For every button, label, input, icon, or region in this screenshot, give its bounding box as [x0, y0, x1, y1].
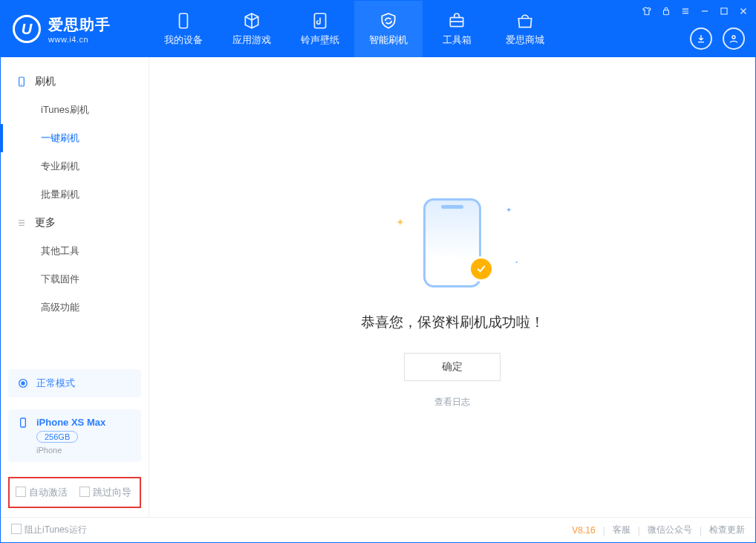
sidebar-item-advanced[interactable]: 高级功能 [1, 293, 149, 322]
top-right-actions [690, 27, 745, 50]
device-icon [174, 11, 193, 30]
device-info-box[interactable]: iPhone XS Max 256GB iPhone [8, 409, 141, 462]
sidebar-item-download-firmware[interactable]: 下载固件 [1, 265, 149, 293]
footer-right: V8.16 | 客服 | 微信公众号 | 检查更新 [572, 524, 745, 536]
maximize-icon[interactable] [718, 5, 730, 17]
nav-tabs: 我的设备 应用游戏 铃声壁纸 智能刷机 工具箱 爱思商城 [149, 1, 559, 57]
list-icon [16, 217, 27, 229]
version-label: V8.16 [572, 525, 595, 536]
checkbox-icon [11, 524, 22, 534]
device-info: iPhone XS Max 256GB iPhone [36, 417, 105, 455]
logo-icon: U [13, 15, 41, 43]
sidebar: 刷机 iTunes刷机 一键刷机 专业刷机 批量刷机 更多 其他工具 下载固件 … [1, 57, 149, 517]
sidebar-item-itunes-flash[interactable]: iTunes刷机 [1, 96, 149, 124]
device-storage: 256GB [36, 431, 78, 443]
refresh-shield-icon [379, 11, 398, 30]
tab-label: 我的设备 [164, 33, 203, 47]
svg-rect-3 [664, 10, 669, 15]
shirt-icon[interactable] [641, 5, 653, 17]
download-button[interactable] [690, 27, 712, 50]
tab-ringtones-wallpapers[interactable]: 铃声壁纸 [286, 1, 354, 57]
svg-point-5 [732, 36, 735, 39]
topbar: U 爱思助手 www.i4.cn 我的设备 应用游戏 铃声壁纸 智能刷机 [1, 1, 755, 57]
sidebar-item-batch-flash[interactable]: 批量刷机 [1, 181, 149, 209]
phone-small-icon [17, 417, 29, 429]
app-window: U 爱思助手 www.i4.cn 我的设备 应用游戏 铃声壁纸 智能刷机 [0, 0, 756, 543]
success-message: 恭喜您，保资料刷机成功啦！ [361, 313, 544, 332]
tab-my-device[interactable]: 我的设备 [149, 1, 218, 57]
app-name-en: www.i4.cn [48, 35, 111, 44]
user-button[interactable] [723, 27, 745, 50]
tab-label: 工具箱 [443, 33, 472, 47]
device-subtype: iPhone [36, 446, 105, 455]
sidebar-section-flash: 刷机 [1, 68, 149, 96]
checkbox-icon [79, 487, 90, 497]
cube-icon [242, 11, 261, 30]
svg-rect-0 [180, 13, 188, 28]
tab-toolbox[interactable]: 工具箱 [423, 1, 491, 57]
logo-text: 爱思助手 www.i4.cn [48, 15, 111, 44]
checkbox-icon [16, 487, 26, 497]
phone-icon [16, 76, 27, 88]
tab-label: 应用游戏 [232, 33, 271, 47]
tab-store[interactable]: 爱思商城 [491, 1, 559, 57]
footer-link-support[interactable]: 客服 [613, 524, 630, 536]
section-title: 更多 [35, 216, 56, 230]
music-file-icon [310, 11, 330, 30]
main-area: ✦ ✦ • 恭喜您，保资料刷机成功啦！ 确定 查看日志 [149, 57, 755, 517]
sidebar-content: 刷机 iTunes刷机 一键刷机 专业刷机 批量刷机 更多 其他工具 下载固件 … [1, 57, 149, 363]
tab-label: 智能刷机 [369, 33, 408, 47]
checkbox-label: 阻止iTunes运行 [25, 524, 87, 535]
tab-label: 爱思商城 [506, 33, 544, 47]
separator: | [700, 525, 702, 536]
sparkle-icon: ✦ [506, 206, 512, 214]
window-controls [641, 5, 749, 17]
checkbox-label: 跳过向导 [93, 487, 131, 498]
mode-label: 正常模式 [36, 377, 75, 390]
mode-icon [17, 377, 29, 389]
minimize-icon[interactable] [699, 5, 711, 17]
svg-rect-4 [721, 8, 727, 14]
footer-link-update[interactable]: 检查更新 [709, 524, 745, 536]
footer-left: 阻止iTunes运行 [11, 524, 87, 536]
menu-icon[interactable] [680, 5, 691, 17]
sparkle-icon: ✦ [396, 216, 405, 228]
ok-button[interactable]: 确定 [404, 353, 501, 381]
checkbox-block-itunes[interactable]: 阻止iTunes运行 [11, 524, 87, 536]
close-icon[interactable] [737, 5, 749, 17]
success-illustration: ✦ ✦ • [385, 198, 519, 295]
highlighted-options-row: 自动激活 跳过向导 [8, 477, 141, 508]
logo-area: U 爱思助手 www.i4.cn [1, 1, 149, 57]
device-name: iPhone XS Max [36, 417, 105, 428]
svg-rect-9 [21, 418, 26, 427]
sidebar-section-more: 更多 [1, 209, 149, 237]
app-name-cn: 爱思助手 [48, 15, 111, 35]
body: 刷机 iTunes刷机 一键刷机 专业刷机 批量刷机 更多 其他工具 下载固件 … [1, 57, 755, 517]
section-title: 刷机 [35, 75, 56, 88]
footer: 阻止iTunes运行 V8.16 | 客服 | 微信公众号 | 检查更新 [1, 517, 755, 542]
device-mode-box[interactable]: 正常模式 [8, 369, 141, 397]
lock-icon[interactable] [660, 5, 672, 17]
shop-icon [515, 11, 535, 30]
separator: | [603, 525, 605, 536]
check-badge-icon [469, 256, 494, 282]
tab-label: 铃声壁纸 [301, 33, 339, 47]
footer-link-wechat[interactable]: 微信公众号 [648, 524, 692, 536]
checkbox-auto-activate[interactable]: 自动激活 [16, 486, 68, 499]
view-log-link[interactable]: 查看日志 [434, 396, 470, 409]
checkbox-label: 自动激活 [29, 487, 68, 498]
sidebar-item-oneclick-flash[interactable]: 一键刷机 [1, 124, 149, 152]
sidebar-item-pro-flash[interactable]: 专业刷机 [1, 152, 149, 181]
svg-point-8 [22, 382, 25, 385]
toolbox-icon [447, 11, 466, 30]
sparkle-icon: • [515, 259, 518, 265]
sidebar-item-other-tools[interactable]: 其他工具 [1, 237, 149, 265]
checkbox-skip-wizard[interactable]: 跳过向导 [79, 486, 131, 499]
tab-apps-games[interactable]: 应用游戏 [218, 1, 286, 57]
separator: | [638, 525, 640, 536]
tab-smart-flash[interactable]: 智能刷机 [354, 1, 423, 57]
